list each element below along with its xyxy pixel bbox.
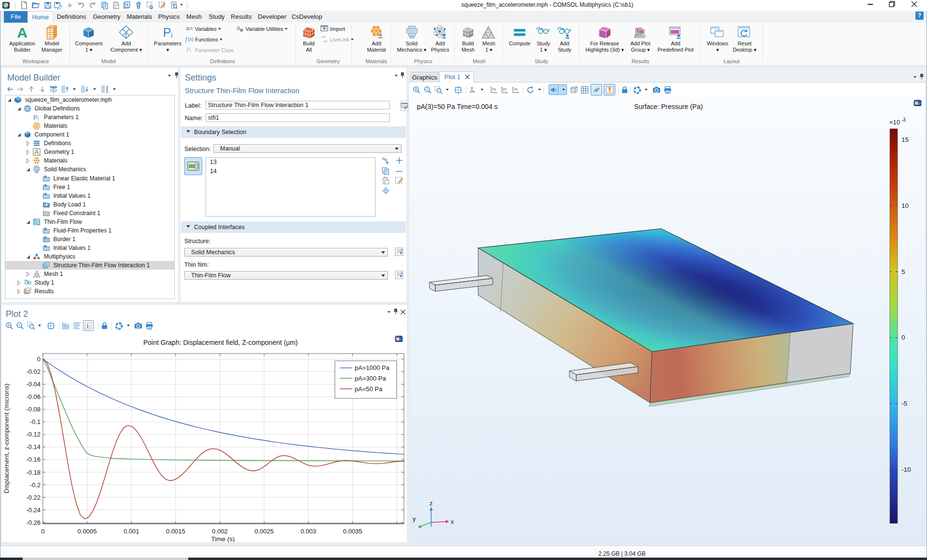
svg-text:pA=300 Pa: pA=300 Pa — [355, 375, 386, 382]
svg-text:i: i — [38, 117, 39, 121]
svg-text:D: D — [44, 192, 47, 196]
svg-text:-0.08: -0.08 — [26, 406, 41, 413]
svg-text:-3: -3 — [901, 117, 906, 123]
svg-text:D: D — [44, 236, 47, 239]
svg-text:Time (s): Time (s) — [211, 535, 235, 542]
svg-text:-0.22: -0.22 — [26, 494, 41, 501]
svg-text:-10: -10 — [901, 466, 911, 473]
svg-text:0.003: 0.003 — [301, 528, 317, 535]
svg-text:5: 5 — [901, 268, 905, 275]
svg-text:xy: xy — [492, 87, 496, 91]
svg-text:-0.14: -0.14 — [26, 443, 41, 451]
svg-text:-0.26: -0.26 — [26, 519, 41, 526]
svg-text:z: z — [429, 500, 433, 507]
svg-text:Pi: Pi — [163, 26, 173, 39]
svg-text:-0.2: -0.2 — [30, 481, 41, 489]
svg-text:Displacement, z-component (mic: Displacement, z-component (microns) — [3, 383, 10, 493]
svg-text:0.0025: 0.0025 — [254, 528, 274, 535]
svg-text:yz: yz — [503, 87, 507, 91]
svg-text:P: P — [33, 114, 38, 121]
svg-text:x: x — [451, 518, 454, 525]
svg-text:pA=50 Pa: pA=50 Pa — [355, 385, 383, 393]
svg-text:0.0005: 0.0005 — [78, 528, 97, 535]
svg-text:0: 0 — [41, 528, 44, 535]
svg-text:0.002: 0.002 — [212, 528, 228, 535]
svg-text:-0.24: -0.24 — [26, 506, 41, 514]
svg-text:0.0015: 0.0015 — [166, 528, 185, 535]
svg-text:pA=1000 Pa: pA=1000 Pa — [355, 364, 390, 371]
svg-text:D: D — [44, 175, 47, 178]
svg-text:-0.04: -0.04 — [26, 381, 41, 388]
svg-text:-0.18: -0.18 — [26, 469, 41, 476]
svg-text:-0.16: -0.16 — [26, 456, 41, 463]
svg-text:a: a — [236, 25, 240, 31]
svg-text:0: 0 — [901, 334, 905, 341]
svg-text:-0.12: -0.12 — [26, 431, 41, 438]
svg-text:0.0035: 0.0035 — [343, 528, 362, 535]
svg-text:y: y — [413, 515, 416, 522]
svg-text:0.001: 0.001 — [124, 528, 139, 535]
svg-text:D: D — [44, 227, 47, 231]
svg-text:A: A — [17, 25, 28, 40]
svg-text:-0.02: -0.02 — [26, 368, 41, 375]
svg-text:10: 10 — [901, 202, 909, 209]
svg-text:a: a — [186, 25, 190, 32]
svg-text:(x): (x) — [188, 37, 194, 42]
svg-text:Pi: Pi — [186, 47, 191, 54]
svg-text:=: = — [190, 26, 193, 31]
svg-text:-0.06: -0.06 — [26, 393, 41, 400]
svg-text:×10: ×10 — [889, 119, 900, 126]
svg-text:xz: xz — [514, 87, 518, 91]
svg-text:0: 0 — [37, 355, 41, 363]
svg-text:15: 15 — [901, 136, 909, 143]
svg-text:D: D — [44, 184, 47, 187]
svg-text:D: D — [44, 245, 47, 248]
svg-text:-5: -5 — [901, 400, 907, 407]
svg-text:-0.1: -0.1 — [30, 418, 41, 425]
